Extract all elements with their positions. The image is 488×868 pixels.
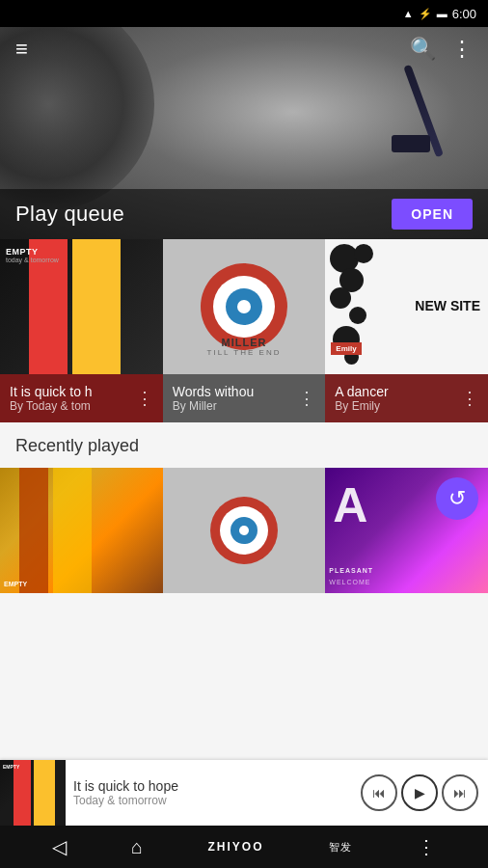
play-queue-title: Play queue (15, 202, 124, 227)
track-text-2: Words withou By Miller (173, 384, 255, 413)
new-site-label: NEW SITE (415, 299, 480, 313)
now-playing-bar: EMPTY It is quick to hope Today & tomorr… (0, 760, 488, 826)
recent-grid: EMPTY A PLEASANT WELCOME ↺ (0, 468, 488, 593)
replay-button[interactable]: ↺ (436, 477, 478, 520)
miller-sub: TILL THE END (163, 348, 326, 357)
bottom-nav: ◁ ⌂ ZHIYOO 智发 ⋮ (0, 826, 488, 868)
track-artwork-2: MILLER TILL THE END (163, 239, 326, 374)
now-playing-controls: ⏮ ▶ ⏭ (361, 774, 488, 811)
emily-tag: Emily (331, 342, 361, 355)
track-text-1: It is quick to h By Today & tom (10, 384, 93, 413)
welcome-label: WELCOME (329, 579, 370, 585)
np-stripe-yellow (34, 760, 55, 826)
track-text-3: A dancer By Emily (335, 384, 388, 413)
now-playing-info: It is quick to hope Today & tomorrow (66, 778, 361, 807)
status-bar: ▲ ⚡ ▬ 6:00 (0, 0, 488, 27)
track-item-3[interactable]: NEW SITE Emily A dancer By Emily ⋮ (325, 239, 488, 422)
miller-label: MILLER TILL THE END (163, 337, 326, 357)
back-icon[interactable]: ◁ (52, 835, 67, 858)
track-title-3: A dancer (335, 384, 388, 399)
stripe-yellow (72, 239, 121, 374)
now-playing-artist: Today & tomorrow (73, 794, 353, 807)
blob-5 (349, 307, 366, 324)
track-artist-2: By Miller (173, 399, 255, 413)
target-mid (213, 276, 275, 338)
battery-icon: ▬ (437, 8, 447, 19)
small-target-center (239, 526, 249, 535)
artwork-1-label: EMPTY (6, 247, 39, 257)
np-stripe-red (14, 760, 31, 826)
track-menu-icon-3[interactable]: ⋮ (461, 388, 478, 409)
prev-button[interactable]: ⏮ (361, 774, 397, 811)
track-title-2: Words withou (173, 384, 255, 399)
track-menu-icon-2[interactable]: ⋮ (298, 388, 315, 409)
status-time: 6:00 (452, 7, 476, 21)
header-controls: ≡ 🔍 ⋮ (0, 27, 488, 71)
play-button[interactable]: ▶ (401, 774, 438, 811)
recent-stripe-yellow (53, 468, 92, 593)
small-target-mid (220, 506, 268, 555)
open-button[interactable]: OPEN (392, 199, 473, 230)
track-artwork-1: EMPTY today & tomorrow (0, 239, 163, 374)
small-target-outer (210, 497, 278, 564)
charge-icon: ⚡ (419, 8, 432, 20)
play-queue-bar: Play queue OPEN (0, 189, 488, 239)
recent-3-letter: A (333, 477, 367, 533)
recent-item-3[interactable]: A PLEASANT WELCOME ↺ (325, 468, 488, 593)
track-title-1: It is quick to h (10, 384, 93, 399)
bottom-more-icon[interactable]: ⋮ (417, 835, 436, 858)
brand-chinese: 智发 (329, 840, 352, 854)
track-artwork-3: NEW SITE Emily (325, 239, 488, 374)
search-icon[interactable]: 🔍 (410, 37, 436, 62)
menu-icon[interactable]: ≡ (15, 37, 28, 62)
np-label: EMPTY (3, 764, 19, 770)
track-item-1[interactable]: EMPTY today & tomorrow It is quick to h … (0, 239, 163, 422)
wifi-icon: ▲ (403, 8, 414, 19)
header-right-icons: 🔍 ⋮ (410, 37, 473, 62)
now-playing-title: It is quick to hope (73, 778, 353, 794)
track-menu-icon-1[interactable]: ⋮ (136, 388, 153, 409)
target-inner (226, 288, 262, 325)
next-button[interactable]: ⏭ (442, 774, 478, 811)
track-artist-1: By Today & tom (10, 399, 93, 413)
recent-item-1[interactable]: EMPTY (0, 468, 163, 593)
brand-text: ZHIYOO (208, 840, 264, 854)
more-options-icon[interactable]: ⋮ (451, 37, 473, 62)
home-icon[interactable]: ⌂ (131, 836, 143, 858)
status-icons: ▲ ⚡ ▬ 6:00 (403, 7, 476, 21)
blob-3 (354, 244, 373, 263)
miller-title: MILLER (163, 337, 326, 348)
hero-section: ≡ 🔍 ⋮ Play queue OPEN (0, 27, 488, 239)
artwork-1-sub: today & tomorrow (6, 257, 59, 263)
pleasant-label: PLEASANT (329, 567, 373, 574)
target-center (237, 300, 251, 313)
track-item-2[interactable]: MILLER TILL THE END Words withou By Mill… (163, 239, 326, 422)
track-info-1: It is quick to h By Today & tom ⋮ (0, 374, 163, 422)
track-info-3: A dancer By Emily ⋮ (325, 374, 488, 422)
now-playing-thumbnail: EMPTY (0, 760, 66, 826)
recent-item-2[interactable] (163, 468, 326, 593)
recently-played-title: Recently played (0, 436, 488, 468)
track-info-2: Words withou By Miller ⋮ (163, 374, 326, 422)
recent-1-label: EMPTY (4, 581, 27, 587)
recent-stripe-red (19, 468, 48, 593)
tracks-grid: EMPTY today & tomorrow It is quick to h … (0, 239, 488, 422)
track-artist-3: By Emily (335, 399, 388, 413)
tonearm-head (392, 135, 430, 152)
recently-played-section: Recently played EMPTY A PLEASANT WELCOME… (0, 422, 488, 593)
tonearm (314, 66, 430, 143)
small-target-inner (230, 517, 258, 544)
blob-4 (330, 287, 351, 309)
